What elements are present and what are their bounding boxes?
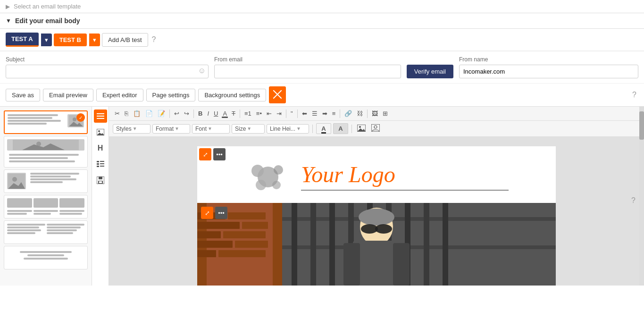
scrollbar-thumb[interactable] — [639, 111, 644, 140]
italic-button[interactable]: I — [205, 109, 211, 118]
sidebar-save-icon[interactable] — [94, 174, 107, 187]
template-sidebar: ✓ — [0, 107, 92, 286]
cross-arrows-icon — [273, 90, 282, 99]
template-item-6[interactable] — [4, 246, 88, 269]
size-dropdown[interactable]: Size ▼ — [232, 124, 265, 134]
logo-more-button[interactable]: ••• — [213, 148, 226, 160]
template-item-3[interactable] — [4, 169, 88, 193]
template-item-4[interactable] — [4, 195, 88, 219]
test-a-button[interactable]: TEST A — [6, 33, 39, 47]
bold-button[interactable]: B — [196, 109, 204, 118]
test-a-dropdown[interactable]: ▾ — [41, 34, 52, 46]
photo-move-button[interactable]: ⤢ — [201, 207, 213, 219]
editor-scrollbar[interactable] — [639, 107, 644, 286]
styles-label: Styles — [116, 126, 132, 132]
test-b-button[interactable]: TEST B — [54, 34, 87, 46]
subject-input[interactable] — [6, 65, 209, 78]
logo-blob-icon — [244, 156, 292, 198]
sidebar-list-icon[interactable] — [94, 158, 107, 171]
redo-button[interactable]: ↪ — [182, 109, 191, 118]
insert-image-button[interactable]: 🖼 — [370, 109, 380, 118]
sidebar-text-icon[interactable] — [94, 109, 107, 123]
photo-more-button[interactable]: ••• — [215, 207, 227, 219]
font-dropdown[interactable]: Font ▼ — [192, 124, 230, 134]
paste-button[interactable]: 📋 — [131, 109, 142, 118]
size-label: Size — [235, 126, 246, 132]
text-color-button[interactable]: A — [221, 109, 229, 118]
format-label: Format — [156, 126, 174, 132]
color-picker-button[interactable] — [269, 86, 286, 103]
template-preview-5 — [7, 224, 84, 234]
editor-help-icon: ? — [631, 196, 636, 205]
bg-color-btn[interactable]: A — [333, 123, 348, 134]
toolbar-sep-4 — [286, 109, 286, 118]
section-header: ▼ Edit your email body — [0, 13, 644, 29]
from-name-group: From name — [459, 56, 638, 78]
svg-rect-18 — [100, 161, 104, 162]
unordered-list-button[interactable]: ≡• — [254, 109, 264, 118]
indent-button[interactable]: ⇥ — [275, 109, 284, 118]
svg-rect-49 — [218, 250, 266, 257]
ordered-list-button[interactable]: ≡1 — [243, 109, 253, 118]
font-color-btn[interactable]: A — [316, 123, 331, 134]
justify-button[interactable]: ≡ — [330, 109, 338, 118]
underline-button[interactable]: U — [212, 109, 220, 118]
paste-text-button[interactable]: 📄 — [143, 109, 155, 118]
template-list: ✓ — [0, 107, 92, 273]
font-arrow: ▼ — [208, 126, 212, 131]
align-center-button[interactable]: ☰ — [310, 109, 319, 118]
styles-dropdown[interactable]: Styles ▼ — [113, 124, 151, 134]
expert-editor-button[interactable]: Expert editor — [96, 89, 143, 101]
verify-email-button[interactable]: Verify email — [407, 65, 453, 78]
undo-button[interactable]: ↩ — [172, 109, 181, 118]
logo-move-button[interactable]: ⤢ — [199, 148, 211, 160]
sidebar-heading-icon[interactable]: H — [94, 142, 107, 155]
email-preview-button[interactable]: Email preview — [43, 89, 93, 101]
svg-point-35 — [256, 180, 266, 190]
format-dropdown[interactable]: Format ▼ — [152, 124, 190, 134]
add-ab-test-button[interactable]: Add A/B test — [102, 33, 148, 47]
outdent-button[interactable]: ⇤ — [265, 109, 274, 118]
blockquote-button[interactable]: " — [289, 109, 295, 118]
svg-marker-29 — [357, 128, 366, 132]
template-preview-4 — [7, 198, 84, 215]
paste-word-button[interactable]: 📝 — [156, 109, 167, 118]
line-height-arrow: ▼ — [296, 126, 301, 131]
svg-rect-45 — [223, 231, 266, 238]
page-settings-button[interactable]: Page settings — [146, 89, 196, 101]
line-height-dropdown[interactable]: Line Hei... ▼ — [267, 124, 309, 134]
tab-help-icon: ? — [152, 35, 156, 44]
unlink-button[interactable]: ⛓ — [355, 109, 365, 118]
sidebar-image-icon[interactable] — [94, 126, 107, 139]
insert-table-button[interactable]: ⊞ — [381, 109, 390, 118]
from-name-input[interactable] — [459, 65, 638, 78]
template-item-5[interactable] — [4, 220, 88, 244]
template-item-2[interactable] — [4, 136, 88, 168]
align-left-button[interactable]: ⬅ — [300, 109, 309, 118]
copy-button[interactable]: ⎘ — [123, 109, 130, 118]
svg-rect-62 — [443, 203, 448, 286]
template-preview-3 — [7, 173, 84, 189]
personalize-btn[interactable] — [369, 123, 382, 134]
link-button[interactable]: 🔗 — [343, 109, 354, 118]
insert-image-btn2[interactable] — [355, 123, 368, 134]
svg-rect-48 — [197, 250, 216, 257]
background-settings-button[interactable]: Background settings — [198, 89, 266, 101]
save-as-button[interactable]: Save as — [6, 89, 40, 101]
photo-section: ⤢ ••• — [197, 203, 556, 286]
strikethrough-button[interactable]: T — [230, 109, 237, 118]
size-arrow: ▼ — [247, 126, 251, 131]
toolbar-sep-2 — [193, 109, 194, 118]
svg-point-15 — [98, 130, 100, 132]
select-template-bar[interactable]: ▶ Select an email template — [0, 0, 644, 13]
emoji-button[interactable]: ☺ — [198, 67, 206, 75]
cut-button[interactable]: ✂ — [113, 109, 122, 118]
from-email-input[interactable] — [214, 65, 401, 78]
from-name-label: From name — [459, 56, 638, 63]
toolbar-sep-1 — [169, 109, 170, 118]
svg-point-31 — [374, 126, 377, 128]
test-b-dropdown[interactable]: ▾ — [89, 34, 100, 46]
align-right-button[interactable]: ➡ — [320, 109, 329, 118]
editor-main: ✂ ⎘ 📋 📄 📝 ↩ ↪ B I U A T ≡1 ≡• ⇤ ⇥ " — [109, 107, 644, 286]
template-item-1[interactable]: ✓ — [4, 110, 88, 134]
